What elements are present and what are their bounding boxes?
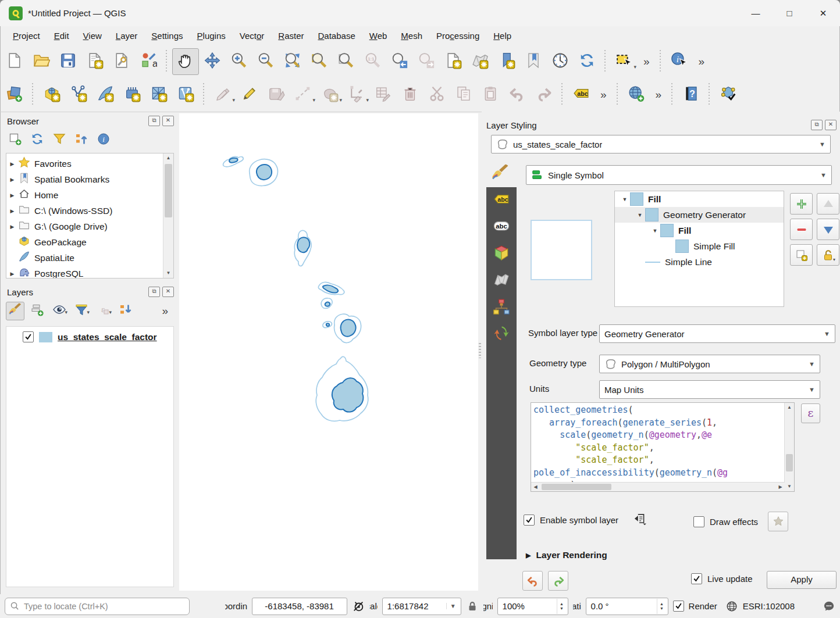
toggle-editing-button[interactable] — [236, 81, 263, 108]
rotation-spinbox[interactable]: 0.0 ° ▲▼ — [586, 598, 668, 615]
identify-features-button[interactable]: i — [666, 48, 693, 75]
diagrams-tab[interactable] — [486, 267, 517, 294]
undo-style-button[interactable] — [522, 571, 543, 591]
show-layout-manager-button[interactable] — [108, 48, 135, 75]
digitize-shape-button[interactable]: ▾ — [316, 81, 343, 108]
scroll-down-arrow[interactable]: ▼ — [163, 269, 173, 278]
pan-map-button[interactable] — [172, 48, 199, 75]
menu-raster[interactable]: Raster — [271, 28, 311, 43]
styling-close-button[interactable]: ✕ — [825, 120, 837, 130]
browser-properties-button[interactable]: i — [94, 131, 113, 149]
browser-item-geopackage[interactable]: GeoPackage — [6, 234, 163, 250]
undo-button[interactable] — [504, 81, 531, 108]
symbol-node-fill[interactable]: ▼Fill — [615, 191, 784, 207]
browser-item-g-google-drive-[interactable]: ▶G:\ (Google Drive) — [6, 219, 163, 234]
refresh-button[interactable] — [574, 48, 600, 75]
browser-close-button[interactable]: ✕ — [162, 116, 174, 126]
filter-browser-button[interactable] — [50, 131, 69, 149]
select-features-button[interactable]: ▾ — [611, 48, 638, 75]
styling-brush-button[interactable] — [6, 302, 24, 320]
style-manager-button[interactable]: a — [135, 48, 162, 75]
toolbar-overflow-button[interactable]: » — [638, 55, 656, 68]
zoom-out-button[interactable] — [252, 48, 279, 75]
new-virtual-layer-button[interactable] — [145, 81, 172, 108]
browser-item-spatialite[interactable]: SpatiaLite — [6, 250, 163, 266]
expression-hscrollbar[interactable]: ◀ ▶ — [531, 482, 785, 491]
labels-tab[interactable]: abc — [486, 187, 517, 214]
collapse-tree-button[interactable] — [72, 131, 91, 149]
symbol-node-geometry-generator[interactable]: ▼Geometry Generator — [615, 207, 784, 223]
masks-tab[interactable]: abc — [486, 214, 517, 241]
units-combo[interactable]: Map Units ▼ — [599, 380, 820, 399]
menu-plugins[interactable]: Plugins — [190, 28, 233, 43]
redo-style-button[interactable] — [548, 571, 568, 591]
browser-item-spatial-bookmarks[interactable]: ▶Spatial Bookmarks — [6, 172, 163, 187]
toolbar-overflow-button[interactable]: » — [693, 55, 711, 68]
draw-effects-checkbox[interactable] — [693, 516, 704, 527]
expand-arrow-icon[interactable]: ▼ — [620, 197, 630, 202]
move-down-button[interactable] — [817, 219, 839, 240]
symbol-node-simple-line[interactable]: Simple Line — [615, 254, 784, 270]
new-project-button[interactable] — [1, 48, 28, 75]
menu-web[interactable]: Web — [362, 28, 394, 43]
menu-layer[interactable]: Layer — [109, 28, 145, 43]
delete-selected-button[interactable] — [397, 81, 423, 108]
expand-arrow-icon[interactable]: ▶ — [6, 208, 18, 214]
new-map-view-button[interactable] — [440, 48, 467, 75]
symbol-node-simple-fill[interactable]: Simple Fill — [615, 238, 784, 254]
scroll-up-arrow[interactable]: ▲ — [163, 153, 173, 163]
zoom-to-selection-button[interactable] — [306, 48, 333, 75]
layers-toolbar-overflow-button[interactable]: » — [156, 305, 174, 317]
modify-attributes-button[interactable] — [370, 81, 397, 108]
expand-arrow-icon[interactable]: ▼ — [635, 212, 645, 218]
expand-arrow-icon[interactable]: ▶ — [6, 192, 18, 198]
effects-customize-button[interactable] — [768, 512, 788, 531]
check-geometries-button[interactable] — [715, 81, 742, 108]
new-shapefile-layer-button[interactable] — [65, 81, 92, 108]
show-spatial-bookmarks-button[interactable] — [520, 48, 547, 75]
coordinate-box[interactable]: -6183458, -83981 — [252, 598, 347, 615]
view-3d-tab[interactable] — [486, 241, 517, 267]
new-spatialite-layer-button[interactable] — [92, 81, 119, 108]
save-project-button[interactable] — [55, 48, 81, 75]
duplicate-symbol-layer-button[interactable] — [790, 244, 813, 266]
apply-button[interactable]: Apply — [767, 571, 837, 589]
renderer-combo[interactable]: Single Symbol ▼ — [526, 165, 832, 185]
data-defined-override-icon[interactable] — [632, 512, 647, 528]
layer-visibility-checkbox[interactable] — [23, 331, 34, 342]
lock-color-button[interactable]: ▾ — [817, 244, 839, 266]
browser-item-c-windows-ssd-[interactable]: ▶C:\ (Windows-SSD) — [6, 203, 163, 219]
live-update-checkbox[interactable] — [691, 573, 702, 584]
expand-arrow-icon[interactable]: ▶ — [6, 161, 18, 167]
minimize-button[interactable]: — — [739, 0, 773, 26]
map-canvas[interactable] — [179, 113, 478, 591]
redo-button[interactable] — [531, 81, 557, 108]
zoom-in-button[interactable] — [226, 48, 252, 75]
refresh-browser-button[interactable] — [28, 131, 47, 149]
reload-history-tab[interactable] — [486, 321, 517, 348]
new-print-layout-button[interactable] — [81, 48, 108, 75]
expand-arrow-icon[interactable]: ▶ — [6, 224, 18, 230]
expand-arrow-icon[interactable]: ▶ — [6, 177, 18, 183]
browser-float-button[interactable]: ⧉ — [148, 116, 160, 126]
menu-database[interactable]: Database — [311, 28, 362, 43]
current-edits-button[interactable]: ▾ — [209, 81, 236, 108]
expression-vscrollbar[interactable]: ▲ ▼ — [784, 403, 794, 491]
browser-item-postgresql[interactable]: ▶PostgreSQL — [6, 266, 163, 278]
styling-float-button[interactable]: ⧉ — [811, 120, 823, 130]
layer-item[interactable]: us_states_scale_factor — [6, 327, 173, 345]
cut-features-button[interactable] — [423, 81, 450, 108]
new-spatial-bookmark-button[interactable] — [493, 48, 520, 75]
enable-symbol-layer-checkbox[interactable] — [524, 515, 535, 526]
menu-edit[interactable]: Edit — [47, 28, 76, 43]
new-geopackage-layer-button[interactable] — [38, 81, 65, 108]
zoom-native-button[interactable]: 1:1 — [360, 48, 386, 75]
toolbar-overflow-button[interactable]: » — [595, 88, 613, 101]
zoom-last-button[interactable] — [386, 48, 413, 75]
browser-item-favorites[interactable]: ▶Favorites — [6, 156, 163, 172]
pan-to-selection-button[interactable] — [199, 48, 226, 75]
new-scratch-layer-button[interactable] — [119, 81, 145, 108]
add-group-button[interactable] — [28, 302, 47, 320]
layers-close-button[interactable]: ✕ — [162, 287, 174, 297]
expression-builder-button[interactable]: ε — [801, 403, 820, 423]
